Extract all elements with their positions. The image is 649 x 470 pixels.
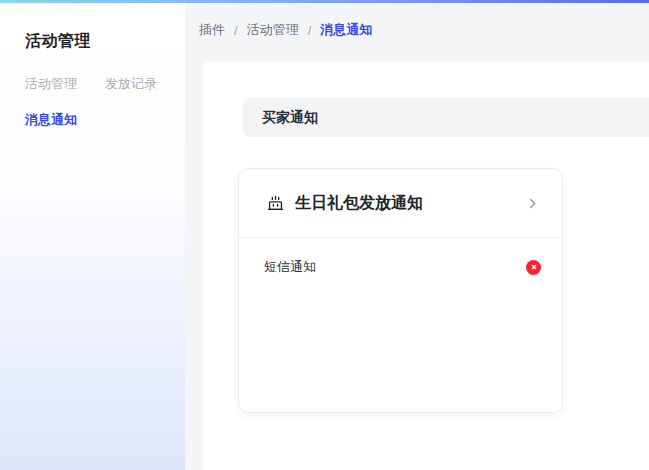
sidebar: 活动管理 活动管理 发放记录 消息通知 bbox=[0, 3, 185, 470]
sidebar-title: 活动管理 bbox=[25, 31, 185, 52]
breadcrumb-item-message-notifications: 消息通知 bbox=[320, 21, 372, 39]
sms-notification-label: 短信通知 bbox=[264, 258, 316, 276]
chevron-right-icon[interactable] bbox=[525, 196, 540, 211]
breadcrumb-separator: / bbox=[234, 23, 238, 38]
content-panel: 买家通知 生日礼包发放通知 短信通知 bbox=[203, 61, 649, 470]
breadcrumb-item-activity-management[interactable]: 活动管理 bbox=[247, 21, 299, 39]
sidebar-tab-distribution-records[interactable]: 发放记录 bbox=[105, 75, 157, 93]
breadcrumb-item-plugins[interactable]: 插件 bbox=[199, 21, 225, 39]
breadcrumb: 插件 / 活动管理 / 消息通知 bbox=[199, 21, 372, 39]
sidebar-item-message-notifications[interactable]: 消息通知 bbox=[25, 111, 185, 129]
buyer-notification-section-header: 买家通知 bbox=[243, 98, 649, 137]
card-title: 生日礼包发放通知 bbox=[295, 193, 423, 214]
breadcrumb-separator: / bbox=[308, 23, 312, 38]
sms-notification-row: 短信通知 bbox=[239, 238, 562, 276]
error-x-icon bbox=[526, 260, 541, 275]
card-header-birthday-gift[interactable]: 生日礼包发放通知 bbox=[239, 169, 562, 238]
section-title: 买家通知 bbox=[262, 109, 318, 127]
sidebar-tab-activity-management[interactable]: 活动管理 bbox=[25, 75, 77, 93]
birthday-cake-icon bbox=[266, 194, 285, 213]
birthday-gift-notification-card: 生日礼包发放通知 短信通知 bbox=[238, 168, 563, 413]
sidebar-tabs: 活动管理 发放记录 bbox=[25, 75, 185, 93]
